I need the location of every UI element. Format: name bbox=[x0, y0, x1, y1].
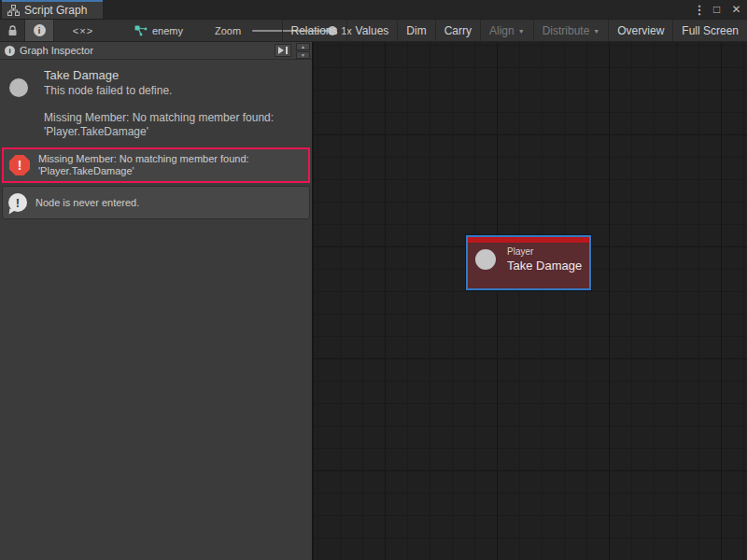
carry-button[interactable]: Carry bbox=[435, 20, 480, 41]
toolbar-buttons: Relations Values Dim Carry Align ▼ Distr… bbox=[282, 20, 747, 41]
node-port-icon[interactable] bbox=[475, 249, 496, 270]
inspector-title: Graph Inspector bbox=[20, 45, 93, 56]
window-menu-icon[interactable]: ⋮ bbox=[694, 2, 705, 18]
warning-text: Node is never entered. bbox=[35, 197, 139, 209]
graph-icon bbox=[134, 25, 148, 36]
node-title-label: Take Damage bbox=[507, 259, 582, 273]
warning-icon: ! bbox=[8, 193, 27, 212]
inspector-toggle-button[interactable]: i bbox=[24, 20, 54, 41]
dim-button[interactable]: Dim bbox=[397, 20, 434, 41]
maximize-icon[interactable]: □ bbox=[709, 2, 725, 18]
panel-scrollbar: ▲ ▼ bbox=[296, 43, 310, 59]
warning-message-box[interactable]: ! Node is never entered. bbox=[2, 186, 310, 219]
tab-script-graph[interactable]: Script Graph bbox=[2, 0, 103, 19]
info-icon: i bbox=[34, 24, 46, 36]
chevron-down-icon: ▼ bbox=[593, 28, 599, 35]
zoom-label: Zoom bbox=[215, 25, 241, 36]
missing-member-line1: Missing Member: No matching member found… bbox=[44, 111, 274, 125]
node-summary-title: Take Damage bbox=[44, 68, 274, 82]
error-message-box[interactable]: ! Missing Member: No matching member fou… bbox=[2, 147, 310, 183]
node-status-text: This node failed to define. bbox=[44, 84, 274, 98]
dock-panel-button[interactable] bbox=[275, 44, 291, 57]
chevron-down-icon: ▼ bbox=[518, 28, 525, 35]
breadcrumb[interactable]: enemy bbox=[134, 20, 183, 41]
relations-button[interactable]: Relations bbox=[282, 20, 346, 41]
missing-member-line2: 'Player.TakeDamage' bbox=[44, 125, 274, 139]
node-body: Player Take Damage bbox=[468, 243, 589, 278]
node-group-label: Player bbox=[507, 246, 582, 257]
distribute-dropdown[interactable]: Distribute ▼ bbox=[533, 20, 609, 41]
breadcrumb-label: enemy bbox=[152, 25, 183, 36]
lock-button[interactable] bbox=[0, 20, 24, 41]
error-line1: Missing Member: No matching member found… bbox=[38, 153, 249, 165]
align-dropdown[interactable]: Align ▼ bbox=[480, 20, 533, 41]
full-screen-button[interactable]: Full Screen bbox=[672, 20, 747, 41]
close-icon[interactable]: ✕ bbox=[728, 2, 744, 18]
graph-canvas[interactable]: Player Take Damage bbox=[314, 42, 747, 560]
code-preview-button[interactable]: <×> bbox=[54, 20, 112, 41]
node-labels: Player Take Damage bbox=[507, 246, 582, 273]
error-line2: 'Player.TakeDamage' bbox=[38, 165, 249, 177]
values-button[interactable]: Values bbox=[346, 20, 398, 41]
code-icon: <×> bbox=[73, 25, 93, 36]
graph-toolbar: i <×> enemy Zoom 1x Relations Values Dim… bbox=[0, 19, 747, 42]
graph-inspector-panel: i Graph Inspector ▲ ▼ Take Damage This n… bbox=[0, 42, 314, 560]
scroll-down-button[interactable]: ▼ bbox=[296, 51, 310, 59]
take-damage-node[interactable]: Player Take Damage bbox=[466, 235, 591, 290]
node-summary-text: Take Damage This node failed to define. … bbox=[44, 68, 274, 139]
graph-tab-icon bbox=[7, 5, 20, 16]
error-text: Missing Member: No matching member found… bbox=[38, 153, 249, 177]
scroll-up-button[interactable]: ▲ bbox=[296, 43, 310, 50]
window-controls: ⋮ □ ✕ bbox=[694, 0, 744, 19]
info-icon: i bbox=[5, 46, 15, 56]
node-icon bbox=[9, 78, 28, 97]
inspector-header: i Graph Inspector ▲ ▼ bbox=[0, 42, 312, 60]
error-icon: ! bbox=[9, 155, 30, 175]
tab-title: Script Graph bbox=[24, 4, 87, 17]
main-area: i Graph Inspector ▲ ▼ Take Damage This n… bbox=[0, 42, 747, 560]
window-titlebar: Script Graph ⋮ □ ✕ bbox=[0, 0, 747, 19]
node-summary: Take Damage This node failed to define. … bbox=[0, 60, 312, 139]
overview-button[interactable]: Overview bbox=[608, 20, 672, 41]
spacer bbox=[44, 98, 274, 111]
dock-right-icon bbox=[277, 46, 289, 55]
lock-icon bbox=[7, 25, 18, 36]
